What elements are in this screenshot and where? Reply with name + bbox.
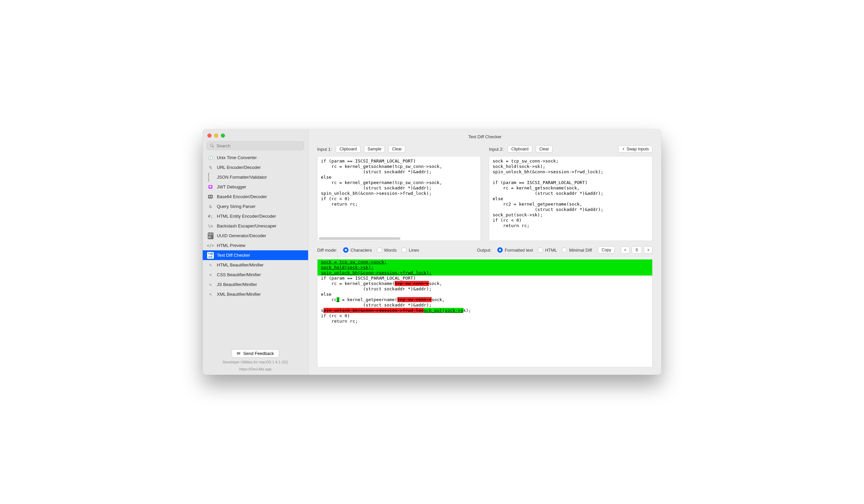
diff-line: rc = kernel_getsockname(tcp_sw_conn->soc… [317,281,652,286]
sidebar-item[interactable]: { }JSON Formatter/Validator [203,172,308,182]
sidebar-item-label: UUID Generator/Decoder [217,233,266,238]
copy-button[interactable]: Copy [598,246,615,254]
sidebar-item[interactable]: 🕘Unix Time Converter [203,153,308,162]
sidebar-item-label: Backslash Escaper/Unescaper [217,223,276,229]
wand-icon: ✎ [207,262,214,268]
sidebar-item-label: JS Beautifier/Minifier [217,282,257,287]
diff-line: return rc; [317,319,652,324]
sidebar-item-label: JWT Debugger [217,184,246,189]
sidebar-item-label: XML Beautifier/Minifier [217,292,261,297]
wand-icon: ✎ [207,282,214,288]
braces-icon: { } [207,174,214,180]
input2-textarea[interactable]: sock = tcp_sw_conn->sock; sock_hold(sock… [489,156,652,241]
output-minimal-radio[interactable]: Minimal Diff [562,247,592,253]
diff-line: if (param == ISCSI_PARAM_LOCAL_PORT) [317,275,652,281]
output-mode-label: Output: [477,248,491,253]
diff-nav: 6 [621,246,652,254]
diff-insert-line: sock = tcp_sw_conn->sock; [317,259,652,265]
search-input[interactable] [216,143,301,148]
input1-clipboard-button[interactable]: Clipboard [336,145,360,153]
sidebar-item[interactable]: ✎XML Beautifier/Minifier [203,289,308,299]
sidebar-item[interactable]: ✻JWT Debugger [203,182,308,192]
diff-line: rc2 = kernel_getpeername(tcp_sw_conn->so… [317,297,652,303]
search-icon [210,143,215,148]
send-feedback-button[interactable]: ✉ Send Feedback [232,349,279,358]
horizontal-scrollbar[interactable] [319,237,400,240]
sidebar-list: 🕘Unix Time Converter%URL Encoder/Decoder… [203,153,308,346]
diff-line: (struct sockaddr *)&addr); [317,303,652,308]
sidebar-item[interactable]: ✎JS Beautifier/Minifier [203,280,308,289]
diff-mode-words-radio[interactable]: Words [377,247,397,253]
input1-textarea[interactable]: if (param == ISCSI_PARAM_LOCAL_PORT) rc … [317,156,481,241]
diff-mode-lines-radio[interactable]: Lines [401,247,419,253]
abcd-icon: +ab -cd [207,252,214,258]
app-meta-line-1: Developer Utilities for macOS 1.4.1 (31) [223,360,288,364]
next-diff-button[interactable] [644,246,652,254]
sidebar-item-label: HTML Beautifier/Minifier [217,262,264,268]
sidebar-footer: ✉ Send Feedback Developer Utilities for … [203,346,308,375]
swap-inputs-button[interactable]: Swap Inputs [618,145,652,153]
input2-label: Input 2: [489,147,503,152]
diff-insert-line: spin_unlock_bh(&conn->session->frwd_lock… [317,270,652,275]
diff-line: if (rc < 0) [317,313,652,319]
wand-icon: ✎ [207,272,214,278]
ampersand-icon: & [207,204,214,210]
diff-output[interactable]: sock = tcp_sw_conn->sock;sock_hold(sock-… [317,257,652,367]
input1-clear-button[interactable]: Clear [388,145,405,153]
controls-row: Diff mode: Characters Words Lines Output… [309,241,661,257]
diff-insert-line: sock_hold(sock->sk); [317,265,652,270]
sidebar-item-label: HTML Preview [217,243,245,248]
diff-line: (struct sockaddr *)&addr); [317,286,652,292]
app-window: 🕘Unix Time Converter%URL Encoder/Decoder… [203,129,661,375]
title-bar: Text Diff Checker [309,129,661,144]
sidebar-item-label: HTML Entity Encoder/Decoder [217,214,276,219]
sidebar-item-label: CSS Beautifier/Minifier [217,272,261,277]
close-window-icon[interactable] [207,134,212,138]
sidebar-item[interactable]: 64Base64 Encoder/Decoder [203,192,308,201]
chevron-left-icon [622,147,625,151]
input1-label: Input 1: [317,147,332,152]
send-feedback-label: Send Feedback [243,351,274,356]
backslash-n-icon: \n [207,223,214,229]
diff-count: 6 [632,246,642,254]
output-html-radio[interactable]: HTML [538,247,557,253]
sidebar-item[interactable]: </>HTML Preview [203,241,308,250]
sidebar-item[interactable]: +ab -cdText Diff Checker [203,250,308,260]
diff-delete-span: pin_unlock_bh(&conn->session->frwd_loc [324,308,423,313]
input2-column: Input 2: Clipboard Clear Swap Inputs soc… [489,144,652,241]
clock-icon: 🕘 [207,155,214,161]
app-meta-line-2: https://DevUtils.app [239,367,272,371]
prev-diff-button[interactable] [621,246,629,254]
sidebar-item[interactable]: \nBackslash Escaper/Unescaper [203,221,308,231]
input1-column: Input 1: Clipboard Sample Clear if (para… [317,144,481,241]
mail-icon: ✉ [237,351,240,356]
sidebar-item-label: Unix Time Converter [217,155,256,160]
sidebar-item[interactable]: #;HTML Entity Encoder/Decoder [203,211,308,221]
sidebar-item[interactable]: ✎CSS Beautifier/Minifier [203,270,308,280]
sidebar-item[interactable]: &Query String Parser [203,201,308,211]
sidebar-item[interactable]: %URL Encoder/Decoder [203,162,308,172]
search-input-wrap[interactable] [207,141,304,150]
sidebar-item[interactable]: UU IDUUID Generator/Decoder [203,231,308,241]
minimize-window-icon[interactable] [214,134,218,138]
output-formatted-radio[interactable]: Formatted text [497,247,533,253]
input1-sample-button[interactable]: Sample [364,145,385,153]
input2-clear-button[interactable]: Clear [536,145,553,153]
hashsemi-icon: #; [207,213,214,219]
sidebar-item-label: Text Diff Checker [217,253,250,258]
sidebar-item[interactable]: ✎HTML Beautifier/Minifier [203,260,308,270]
sidebar-item-label: Query String Parser [217,204,255,209]
sidebar: 🕘Unix Time Converter%URL Encoder/Decoder… [203,129,309,375]
diff-insert-span: 2 [337,297,339,302]
diff-line: spin_unlock_bh(&conn->session->frwd_loco… [317,308,652,313]
angle-brackets-icon: </> [207,243,214,249]
b64-icon: 64 [207,194,214,200]
output-mode-group: Formatted text HTML Minimal Diff [497,247,592,253]
input2-clipboard-button[interactable]: Clipboard [507,145,532,153]
zoom-window-icon[interactable] [221,134,225,138]
diff-mode-characters-radio[interactable]: Characters [343,247,372,253]
sidebar-item-label: Base64 Encoder/Decoder [217,194,267,199]
window-controls [207,134,225,138]
page-title: Text Diff Checker [468,134,502,139]
jwt-icon: ✻ [207,184,214,190]
